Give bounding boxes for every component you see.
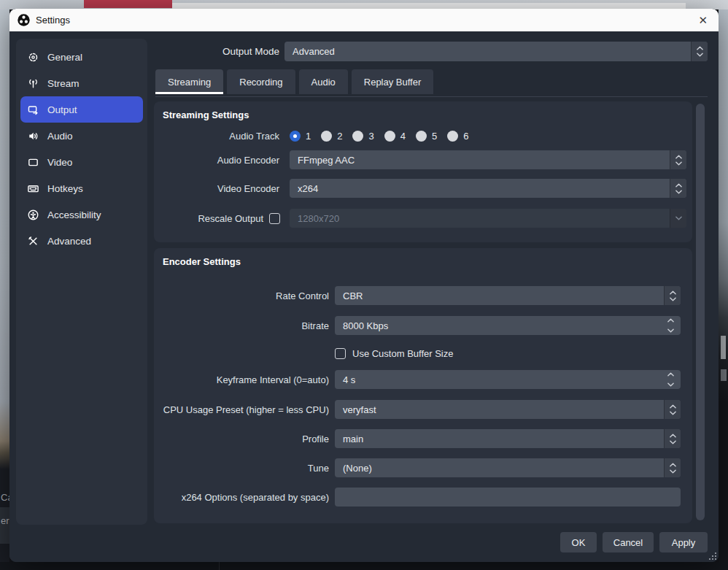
encoder-settings-panel: Encoder Settings Rate Control CBR Bitrat… xyxy=(154,248,692,523)
combo-spinner[interactable] xyxy=(691,42,708,61)
tune-row: Tune (None) xyxy=(154,458,692,477)
output-mode-value: Advanced xyxy=(284,46,335,57)
settings-body: General Stream Output xyxy=(9,31,719,562)
audio-track-row: Audio Track 1 2 3 xyxy=(154,126,692,145)
monitor-icon xyxy=(27,156,39,169)
background-text-fragment: Ca xyxy=(1,492,9,503)
spin-down-icon[interactable] xyxy=(667,328,674,333)
desktop-bottom-divider xyxy=(219,562,220,570)
combo-spinner[interactable] xyxy=(670,150,686,169)
apply-button[interactable]: Apply xyxy=(659,532,708,552)
resize-grip[interactable] xyxy=(709,552,716,560)
combo-spinner[interactable] xyxy=(664,286,681,305)
x264-options-label: x264 Options (separated by space) xyxy=(154,492,329,503)
keyframe-interval-spinbox[interactable]: 4 s xyxy=(335,370,681,389)
radio-button[interactable] xyxy=(384,131,395,142)
streaming-settings-panel: Streaming Settings Audio Track 1 2 xyxy=(154,101,692,242)
audio-track-option[interactable]: 1 xyxy=(290,131,311,142)
use-custom-buffer-label: Use Custom Buffer Size xyxy=(352,348,453,359)
output-display-icon xyxy=(27,104,39,116)
panel-title: Encoder Settings xyxy=(163,256,241,267)
crossed-tools-icon xyxy=(27,235,39,247)
audio-track-radio-group: 1 2 3 4 xyxy=(290,131,468,142)
sidebar: General Stream Output xyxy=(16,39,147,525)
rescale-resolution-select[interactable]: 1280x720 xyxy=(290,209,686,228)
video-encoder-select[interactable]: x264 xyxy=(290,179,686,198)
keyboard-icon xyxy=(27,182,39,195)
video-encoder-row: Video Encoder x264 xyxy=(154,179,692,198)
audio-encoder-select[interactable]: FFmpeg AAC xyxy=(290,150,686,169)
ok-button[interactable]: OK xyxy=(560,532,597,552)
tab-replay-buffer[interactable]: Replay Buffer xyxy=(352,69,434,94)
sidebar-item-output[interactable]: Output xyxy=(20,96,143,123)
audio-track-option[interactable]: 4 xyxy=(384,131,406,142)
profile-select[interactable]: main xyxy=(335,429,681,448)
tune-select[interactable]: (None) xyxy=(335,458,681,477)
tab-recording[interactable]: Recording xyxy=(227,69,295,94)
desktop-left-strip xyxy=(0,9,9,570)
bitrate-row: Bitrate 8000 Kbps xyxy=(154,316,692,335)
panel-title: Streaming Settings xyxy=(163,109,249,120)
sidebar-item-label: Audio xyxy=(47,131,73,142)
gear-icon xyxy=(27,51,39,63)
rescale-output-label: Rescale Output xyxy=(154,213,263,224)
bitrate-spinbox[interactable]: 8000 Kbps xyxy=(335,316,681,335)
dialog-buttons: OK Cancel Apply xyxy=(560,532,708,552)
rate-control-select[interactable]: CBR xyxy=(335,286,681,305)
background-text-fragment: er xyxy=(1,515,9,526)
output-mode-select[interactable]: Advanced xyxy=(284,42,708,61)
desktop-photo-streak xyxy=(721,336,726,359)
combo-spinner[interactable] xyxy=(664,458,681,477)
audio-track-option[interactable]: 6 xyxy=(447,131,468,142)
settings-window: Settings ✕ General xyxy=(9,9,719,562)
sidebar-item-advanced[interactable]: Advanced xyxy=(20,228,143,254)
audio-track-option[interactable]: 2 xyxy=(321,131,342,142)
spin-up-icon[interactable] xyxy=(667,318,674,323)
desktop-bottom-strip xyxy=(0,562,728,570)
radio-button[interactable] xyxy=(352,131,363,142)
combo-spinner[interactable] xyxy=(670,179,686,198)
profile-row: Profile main xyxy=(154,429,692,448)
output-mode-label: Output Mode xyxy=(154,46,279,57)
close-icon[interactable]: ✕ xyxy=(695,13,710,27)
tab-audio[interactable]: Audio xyxy=(299,69,348,94)
radio-button[interactable] xyxy=(447,131,458,142)
cancel-button[interactable]: Cancel xyxy=(603,532,654,552)
radio-button[interactable] xyxy=(321,131,332,142)
sidebar-item-hotkeys[interactable]: Hotkeys xyxy=(20,175,143,201)
keyframe-interval-label: Keyframe Interval (0=auto) xyxy=(154,374,329,385)
speaker-icon xyxy=(27,130,39,142)
combo-dropdown-arrow[interactable] xyxy=(670,209,686,228)
radio-button[interactable] xyxy=(290,131,301,142)
sidebar-item-audio[interactable]: Audio xyxy=(20,123,143,149)
combo-spinner[interactable] xyxy=(664,429,681,448)
sidebar-item-label: Advanced xyxy=(47,236,91,247)
custom-buffer-row: Use Custom Buffer Size xyxy=(154,347,692,359)
cpu-preset-select[interactable]: veryfast xyxy=(335,400,681,419)
keyframe-interval-row: Keyframe Interval (0=auto) 4 s xyxy=(154,370,692,389)
rate-control-row: Rate Control CBR xyxy=(154,286,692,305)
sidebar-item-general[interactable]: General xyxy=(20,44,143,70)
rescale-output-checkbox[interactable] xyxy=(269,213,280,224)
tabs-separator xyxy=(155,96,708,97)
sidebar-item-accessibility[interactable]: Accessibility xyxy=(20,201,143,228)
sidebar-item-label: Stream xyxy=(47,78,80,89)
vertical-scrollbar[interactable] xyxy=(696,104,705,520)
sidebar-item-label: Video xyxy=(47,157,72,168)
sidebar-item-video[interactable]: Video xyxy=(20,149,143,175)
spin-up-icon[interactable] xyxy=(667,372,674,377)
use-custom-buffer-checkbox[interactable] xyxy=(335,348,346,359)
desktop-right-strip xyxy=(719,9,728,570)
x264-options-row: x264 Options (separated by space) xyxy=(154,488,692,507)
combo-spinner[interactable] xyxy=(664,400,681,419)
radio-button[interactable] xyxy=(416,131,427,142)
audio-track-option[interactable]: 5 xyxy=(416,131,437,142)
bitrate-label: Bitrate xyxy=(154,320,329,331)
spin-down-icon[interactable] xyxy=(667,382,674,387)
titlebar[interactable]: Settings ✕ xyxy=(9,9,719,31)
tune-label: Tune xyxy=(154,463,329,474)
tab-streaming[interactable]: Streaming xyxy=(155,69,223,94)
audio-track-option[interactable]: 3 xyxy=(352,131,373,142)
sidebar-item-stream[interactable]: Stream xyxy=(20,70,143,96)
x264-options-input[interactable] xyxy=(335,488,681,507)
